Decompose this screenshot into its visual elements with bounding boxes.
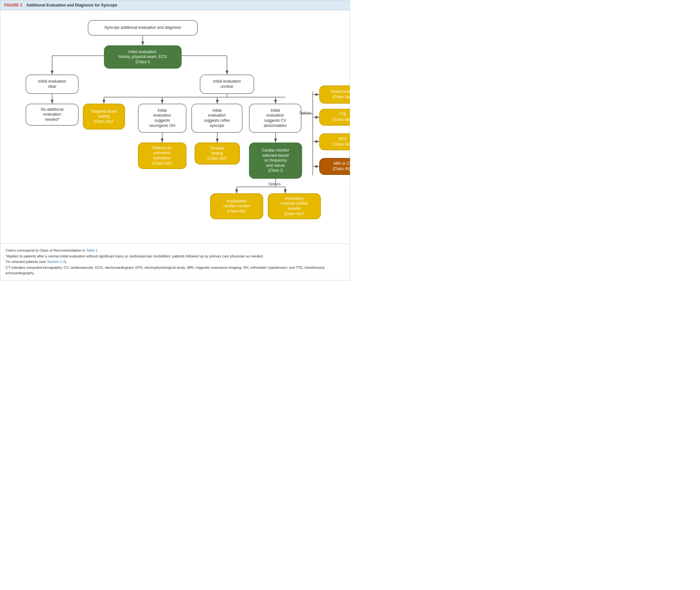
box-tte: TTE (Class IIa)† (319, 109, 350, 126)
box-referral: Referral for autonomic evaluation (Class… (138, 142, 187, 169)
box-eps: EPS (Class IIa)† (319, 133, 350, 150)
footer-line4: CT indicates computed tomography; CV, ca… (5, 265, 344, 276)
box-eval-unclear: Initial evaluation unclear (200, 75, 254, 94)
footer-line1: Colors correspond to Class of Recommenda… (5, 248, 344, 254)
box-no-additional: No additional evaluation needed* (25, 104, 79, 126)
footer-line3: †In selected patients (see Section 1.4). (5, 259, 344, 265)
figure-title: Additional Evaluation and Diagnosis for … (26, 3, 117, 7)
box-mri-ct: MRI or CT (Class IIb)† (319, 158, 350, 175)
section-link[interactable]: Section 1.4 (47, 260, 65, 264)
figure-footer: Colors correspond to Class of Recommenda… (0, 243, 350, 280)
box-ambulatory: Ambulatory external cardiac monitor (Cla… (268, 193, 321, 219)
options-label-cv: Options (299, 111, 311, 115)
box-neurogenic-oh: Initial evaluation suggests neurogenic O… (138, 104, 187, 133)
figure-container: FIGURE 3 Additional Evaluation and Diagn… (0, 0, 350, 280)
figure-label: FIGURE 3 (4, 3, 22, 7)
box-top: Syncope additional evaluation and diagno… (88, 20, 198, 35)
box-stress-testing: Stress testing (Class IIa)† (319, 86, 350, 104)
box-eval-clear: Initial evaluation clear (25, 75, 79, 94)
options-label-bottom: Options (269, 182, 281, 186)
box-cardiac-monitor: Cardiac monitor selected based on freque… (249, 142, 302, 179)
box-reflex-syncope: Initial evaluation suggests reflex synco… (191, 104, 242, 133)
box-blood-testing: Targeted blood testing (Class IIa)† (83, 104, 125, 129)
box-implantable: Implantable cardiac monitor (Class IIa)† (210, 193, 263, 219)
box-cv-abnorm: Initial evaluation suggests CV abnormali… (249, 104, 301, 133)
box-initial-eval: Initial evaluation: history, physical ex… (104, 45, 182, 69)
table1-link[interactable]: Table 1 (86, 249, 97, 252)
figure-header: FIGURE 3 Additional Evaluation and Diagn… (0, 0, 350, 10)
flowchart: Syncope additional evaluation and diagno… (4, 17, 343, 237)
box-tilt-table: Tilt-table testing (Class IIa)† (195, 142, 240, 165)
figure-body: Syncope additional evaluation and diagno… (0, 10, 350, 243)
footer-line2: *Applies to patients after a normal init… (5, 254, 344, 260)
